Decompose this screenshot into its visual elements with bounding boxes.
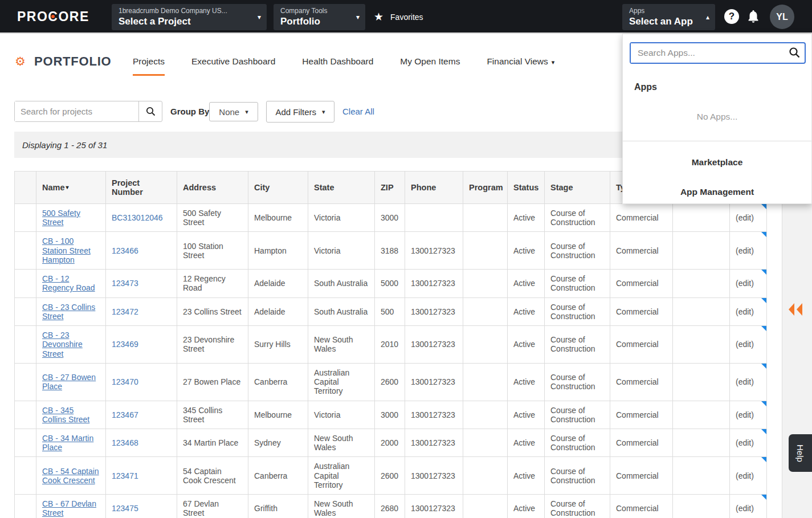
cell-phone: 1300127323 (405, 495, 463, 518)
project-name-link[interactable]: 500 Safety Street (42, 209, 80, 227)
cell-text-state: New South Wales (314, 434, 353, 452)
cell-name: CB - 12 Regency Road (36, 270, 106, 297)
column-header-program[interactable]: Program (463, 172, 508, 204)
cell-number: 123470 (106, 363, 177, 401)
notifications-bell-icon[interactable] (747, 9, 760, 24)
tab-health-dashboard[interactable]: Health Dashboard (302, 56, 373, 76)
project-selector-dropdown[interactable]: 1breadcrumb Demo Company US... Select a … (112, 4, 267, 30)
tab-my-open-items[interactable]: My Open Items (400, 56, 460, 76)
project-name-link[interactable]: CB - 67 Devlan Street (42, 499, 96, 517)
cell-stage: Course of Construction (545, 401, 610, 429)
column-header-project-number[interactable]: Project Number (106, 172, 177, 204)
edit-link[interactable]: (edit) (736, 471, 754, 480)
cell-text-state: Australian Capital Territory (314, 462, 349, 489)
cell-zip: 500 (375, 297, 405, 325)
cell-name: 500 Safety Street (36, 204, 106, 232)
tab-executive-dashboard[interactable]: Executive Dashboard (191, 56, 275, 76)
cell-address: 12 Regency Road (177, 270, 248, 297)
edit-link[interactable]: (edit) (736, 213, 754, 222)
blue-corner-flag-icon (761, 232, 766, 237)
collapse-panel-icon[interactable] (787, 301, 804, 317)
project-name-link[interactable]: CB - 12 Regency Road (42, 274, 95, 292)
apps-dropdown[interactable]: Apps Select an App ▴ (622, 4, 715, 30)
company-tools-dropdown[interactable]: Company Tools Portfolio ▾ (274, 4, 365, 30)
project-number-link[interactable]: 123475 (112, 504, 138, 513)
cell-zip: 3000 (375, 401, 405, 429)
project-number-link[interactable]: 123471 (112, 471, 138, 480)
procore-logo[interactable]: PROCORE (17, 0, 89, 34)
cell-program (463, 429, 508, 456)
cell-program (463, 297, 508, 325)
cell-text-phone: 1300127323 (411, 438, 455, 447)
project-number-link[interactable]: 123472 (112, 307, 138, 316)
tab-financial-views[interactable]: Financial Views▾ (487, 56, 554, 76)
project-number-link[interactable]: 123470 (112, 377, 138, 386)
cell-sel (15, 204, 36, 232)
search-button[interactable] (138, 101, 162, 121)
project-name-link[interactable]: CB - 23 Devonshire Street (42, 331, 83, 358)
project-number-link[interactable]: 123466 (112, 246, 138, 255)
company-tools-label: Company Tools (280, 7, 348, 15)
group-by-dropdown[interactable]: None ▾ (209, 102, 258, 121)
edit-link[interactable]: (edit) (736, 438, 754, 447)
edit-link[interactable]: (edit) (736, 279, 754, 288)
star-icon: ★ (374, 10, 383, 23)
project-name-link[interactable]: CB - 54 Captain Cook Crescent (42, 467, 99, 485)
column-header-state[interactable]: State (308, 172, 375, 204)
cell-text-status: Active (513, 438, 535, 447)
app-management-link[interactable]: App Management (623, 187, 811, 197)
project-number-link[interactable]: 123467 (112, 410, 138, 419)
group-by-label: Group By: (170, 107, 212, 116)
column-header-status[interactable]: Status (508, 172, 545, 204)
marketplace-link[interactable]: Marketplace (623, 157, 811, 168)
column-header-stage[interactable]: Stage (545, 172, 610, 204)
column-header-phone[interactable]: Phone (405, 172, 463, 204)
project-name-link[interactable]: CB - 100 Station Street Hampton (42, 236, 91, 264)
project-number-link[interactable]: 123469 (112, 340, 138, 349)
cell-text-state: Victoria (314, 246, 340, 255)
cell-type: Commercial (610, 204, 673, 232)
cell-text-phone: 1300127323 (411, 279, 455, 288)
cell-phone: 1300127323 (405, 270, 463, 297)
project-number-link[interactable]: BC313012046 (112, 213, 163, 222)
user-avatar[interactable]: YL (770, 5, 794, 29)
tab-projects[interactable]: Projects (133, 56, 165, 76)
column-header-city[interactable]: City (248, 172, 308, 204)
column-header-zip[interactable]: ZIP (375, 172, 405, 204)
cell-text-city: Griffith (254, 504, 278, 513)
edit-link[interactable]: (edit) (736, 246, 754, 255)
add-filters-button[interactable]: Add Filters ▾ (266, 101, 334, 123)
cell-text-stage: Course of Construction (550, 274, 595, 292)
edit-link[interactable]: (edit) (736, 410, 754, 419)
column-header-address[interactable]: Address (177, 172, 248, 204)
column-header-name[interactable]: Name▾ (36, 172, 106, 204)
cell-text-address: 23 Collins Street (183, 307, 242, 316)
edit-link[interactable]: (edit) (736, 504, 754, 513)
cell-text-type: Commercial (616, 246, 659, 255)
cell-name: CB - 34 Martin Place (36, 429, 106, 456)
cell-text-type: Commercial (616, 438, 659, 447)
project-name-link[interactable]: CB - 27 Bowen Place (42, 373, 96, 391)
help-tab[interactable]: Help (789, 434, 812, 472)
gear-icon[interactable]: ⚙ (15, 55, 26, 68)
project-name-link[interactable]: CB - 34 Martin Place (42, 434, 93, 452)
project-name-link[interactable]: CB - 345 Collins Street (42, 406, 89, 424)
cell-state: Victoria (308, 401, 375, 429)
edit-link[interactable]: (edit) (736, 340, 754, 349)
favorites-button[interactable]: ★ Favorites (374, 0, 423, 34)
cell-city: Griffith (248, 495, 308, 518)
cell-address: 23 Collins Street (177, 297, 248, 325)
project-number-link[interactable]: 123468 (112, 438, 138, 447)
help-icon[interactable]: ? (724, 9, 739, 24)
edit-link[interactable]: (edit) (736, 377, 754, 386)
table-row: CB - 34 Martin Place12346834 Martin Plac… (15, 429, 767, 456)
cell-text-state: Australian Capital Territory (314, 368, 349, 395)
project-number-link[interactable]: 123473 (112, 279, 138, 288)
search-input[interactable] (15, 101, 139, 121)
project-name-link[interactable]: CB - 23 Collins Street (42, 303, 95, 321)
clear-all-link[interactable]: Clear All (342, 107, 374, 116)
apps-search-input[interactable] (631, 43, 785, 63)
cell-text-zip: 500 (381, 307, 394, 316)
edit-link[interactable]: (edit) (736, 307, 754, 316)
cell-text-state: South Australia (314, 307, 368, 316)
